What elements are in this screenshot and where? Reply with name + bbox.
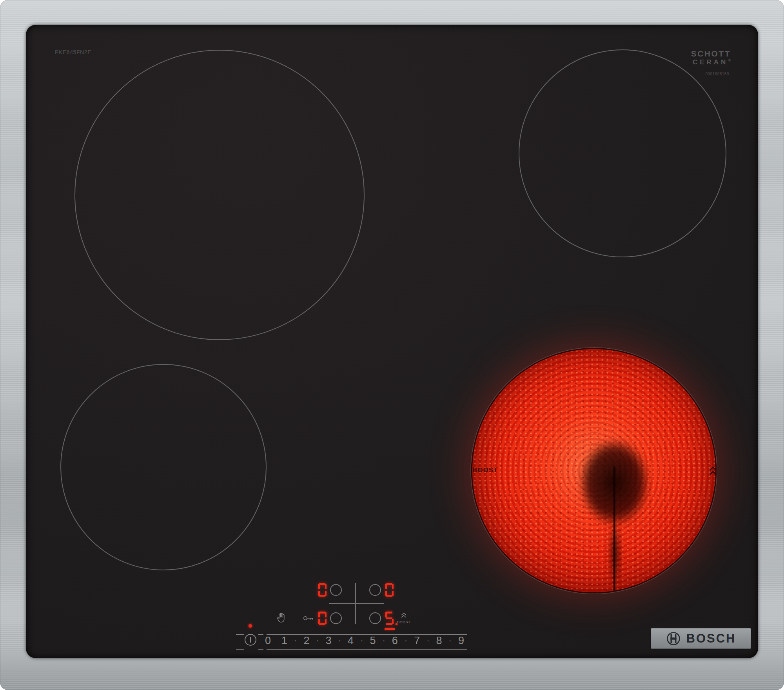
slider-dot-separator: · (405, 635, 407, 646)
key-icon (303, 615, 314, 621)
schott-wordmark: SCHOTT (691, 49, 731, 58)
pause-hand-button[interactable] (276, 612, 286, 625)
hand-icon (276, 612, 286, 623)
boost-button[interactable]: BOOST (394, 612, 413, 624)
display-rear-right (385, 583, 394, 597)
power-frame-dash (258, 649, 263, 650)
display-rear-left (318, 583, 327, 597)
double-chevron-up-icon (400, 612, 407, 618)
zone-map-divider-horizontal (329, 603, 384, 604)
boost-label: BOOST (394, 620, 413, 624)
slider-level-2[interactable]: 2 (303, 635, 309, 647)
active-zone-underline (385, 628, 395, 630)
zone-select-front-right[interactable] (369, 612, 381, 624)
slider-level-4[interactable]: 4 (348, 635, 354, 647)
slider-level-8[interactable]: 8 (436, 635, 442, 647)
slider-level-0[interactable]: 0 (265, 635, 271, 647)
cooking-zone-front-left (60, 364, 267, 570)
bosch-wordmark: BOSCH (686, 632, 736, 646)
power-level-slider[interactable]: 0 1 · 2 · 3 · 4 · 5 · 6 · 7 · 8 · 9 (265, 635, 464, 646)
display-front-right (385, 612, 394, 625)
heat-shadow-stem (608, 518, 622, 590)
slider-dot-separator: · (449, 635, 452, 646)
zone-select-rear-right[interactable] (369, 584, 381, 596)
slider-dot-separator: · (383, 635, 385, 646)
slider-level-3[interactable]: 3 (326, 635, 332, 647)
slider-rule-bottom (267, 649, 467, 650)
zone-select-rear-left[interactable] (330, 584, 342, 596)
slider-level-5[interactable]: 5 (370, 635, 376, 647)
schott-ceran-logo: SCHOTT CERAN® 9001608183 (691, 49, 731, 76)
cooking-zone-rear-right (519, 49, 726, 257)
slider-dot-separator: · (316, 635, 319, 646)
slider-level-9[interactable]: 9 (458, 635, 464, 647)
slider-dot-separator: · (338, 635, 341, 646)
bosch-armature-icon (666, 631, 681, 646)
power-button[interactable] (245, 634, 256, 646)
display-front-left (318, 612, 327, 625)
slider-dot-separator: · (360, 635, 363, 646)
slider-dot-separator: · (426, 635, 429, 646)
element-gap-line (613, 467, 615, 592)
slider-level-7[interactable]: 7 (414, 635, 420, 647)
power-frame-dash (236, 634, 244, 635)
model-number: PKE645FN2E (55, 49, 91, 55)
power-frame-dash (236, 649, 244, 650)
cooking-zone-rear-left (74, 50, 365, 340)
bosch-badge: BOSCH (651, 628, 751, 649)
power-icon (250, 637, 251, 643)
double-chevron-up-icon (708, 465, 717, 476)
ceran-wordmark: CERAN® (691, 59, 731, 66)
product-photo: PKE645FN2E SCHOTT CERAN® 9001608183 BOOS… (0, 0, 784, 690)
power-frame-dash (258, 634, 263, 635)
slider-dot-separator: · (294, 635, 297, 646)
slider-level-1[interactable]: 1 (281, 635, 287, 647)
zone-boost-print: BOOST (472, 466, 498, 474)
child-lock-button[interactable] (303, 615, 314, 623)
glass-code: 9001608183 (691, 72, 729, 76)
cooking-zone-front-right-active: BOOST (471, 348, 717, 594)
red-dot-indicator (249, 624, 252, 628)
slider-level-6[interactable]: 6 (392, 635, 398, 647)
zone-select-front-left[interactable] (330, 612, 342, 624)
